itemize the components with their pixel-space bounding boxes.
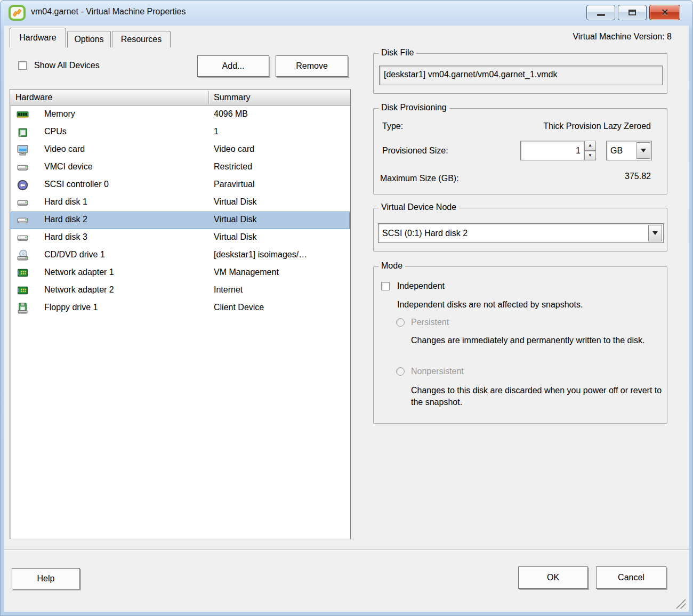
mode-legend: Mode bbox=[378, 261, 405, 271]
spinner-up-button[interactable]: ▲ bbox=[584, 141, 596, 151]
hardware-table-body: Memory4096 MBCPUs1Video cardVideo cardVM… bbox=[11, 106, 350, 538]
floppy-drive-icon bbox=[17, 302, 29, 314]
footer-separator bbox=[4, 549, 689, 551]
device-summary: VM Management bbox=[214, 268, 279, 277]
chevron-down-icon bbox=[641, 149, 646, 152]
show-all-devices-checkbox[interactable] bbox=[18, 61, 27, 70]
hardware-table: Hardware Summary Memory4096 MBCPUs1Video… bbox=[10, 89, 351, 539]
tab-options[interactable]: Options bbox=[67, 31, 111, 47]
nonpersistent-radio[interactable] bbox=[396, 367, 405, 376]
disk-file-legend: Disk File bbox=[378, 48, 416, 58]
device-summary: Restricted bbox=[214, 162, 252, 172]
persistent-description: Changes are immediately and permanently … bbox=[411, 335, 662, 346]
table-row[interactable]: SCSI controller 0Paravirtual bbox=[11, 176, 350, 194]
chevron-down-icon bbox=[652, 231, 658, 235]
spinner-up-icon: ▲ bbox=[588, 143, 592, 148]
maximize-button[interactable] bbox=[618, 5, 647, 20]
device-name: Network adapter 1 bbox=[44, 268, 114, 277]
network-adapter-icon bbox=[17, 285, 29, 297]
device-name: Video card bbox=[44, 144, 85, 154]
hardware-table-header: Hardware Summary bbox=[10, 90, 350, 106]
table-row[interactable]: CPUs1 bbox=[11, 124, 350, 141]
table-row[interactable]: Network adapter 2Internet bbox=[11, 282, 350, 299]
virtual-device-node-dropdown-button[interactable] bbox=[648, 225, 662, 241]
device-summary: Internet bbox=[214, 285, 243, 295]
virtual-device-node-value: SCSI (0:1) Hard disk 2 bbox=[382, 224, 468, 242]
cpu-icon bbox=[17, 126, 29, 139]
device-name: Hard disk 1 bbox=[44, 197, 87, 207]
virtual-device-node-select[interactable]: SCSI (0:1) Hard disk 2 bbox=[378, 223, 664, 243]
table-row[interactable]: Floppy drive 1Client Device bbox=[11, 299, 350, 317]
resize-grip[interactable] bbox=[674, 597, 686, 609]
unit-dropdown-button[interactable] bbox=[636, 142, 650, 159]
device-summary: Client Device bbox=[214, 303, 264, 312]
disk-provisioning-group: Disk Provisioning Type: Thick Provision … bbox=[373, 108, 667, 194]
table-row[interactable]: CD/DVD drive 1[deskstar1] isoimages/… bbox=[11, 247, 350, 264]
add-button[interactable]: Add... bbox=[197, 55, 269, 77]
max-size-value: 375.82 bbox=[625, 172, 651, 181]
cancel-button[interactable]: Cancel bbox=[596, 566, 666, 589]
maximize-icon bbox=[628, 10, 636, 15]
provisioned-size-label: Provisioned Size: bbox=[382, 146, 448, 156]
independent-description: Independent disks are not affected by sn… bbox=[397, 299, 653, 311]
table-row[interactable]: Hard disk 2Virtual Disk bbox=[11, 212, 350, 229]
minimize-button[interactable] bbox=[586, 5, 615, 20]
device-name: Hard disk 3 bbox=[44, 232, 87, 242]
minimize-icon bbox=[597, 14, 605, 16]
table-row[interactable]: VMCI deviceRestricted bbox=[11, 159, 350, 176]
persistent-radio[interactable] bbox=[396, 318, 405, 327]
column-header-summary[interactable]: Summary bbox=[214, 90, 250, 106]
title-bar[interactable]: vm04.garnet - Virtual Machine Properties… bbox=[0, 0, 693, 26]
device-name: Memory bbox=[44, 109, 75, 119]
column-header-hardware[interactable]: Hardware bbox=[15, 90, 52, 106]
provisioned-size-input[interactable] bbox=[520, 141, 584, 160]
cd-dvd-icon bbox=[17, 249, 29, 262]
scsi-controller-icon bbox=[17, 179, 29, 191]
table-row[interactable]: Video cardVideo card bbox=[11, 141, 350, 159]
device-name: CPUs bbox=[44, 127, 67, 136]
close-button[interactable]: ✕ bbox=[649, 5, 680, 20]
table-row[interactable]: Hard disk 3Virtual Disk bbox=[11, 229, 350, 247]
device-name: SCSI controller 0 bbox=[44, 180, 109, 189]
column-divider[interactable] bbox=[208, 91, 209, 104]
tab-hardware[interactable]: Hardware bbox=[10, 28, 66, 47]
help-button[interactable]: Help bbox=[12, 568, 80, 589]
window-title: vm04.garnet - Virtual Machine Properties bbox=[31, 7, 186, 17]
type-value: Thick Provision Lazy Zeroed bbox=[543, 121, 651, 131]
unit-value: GB bbox=[610, 141, 623, 160]
table-row[interactable]: Network adapter 1VM Management bbox=[11, 264, 350, 282]
device-summary: Virtual Disk bbox=[214, 197, 257, 207]
disk-file-path: [deskstar1] vm04.garnet/vm04.garnet_1.vm… bbox=[380, 66, 662, 79]
spinner-down-button[interactable]: ▼ bbox=[584, 151, 596, 161]
device-summary: Virtual Disk bbox=[214, 215, 257, 224]
spinner-down-icon: ▼ bbox=[588, 153, 592, 158]
mode-group: Mode Independent Independent disks are n… bbox=[373, 266, 667, 424]
provisioned-size-stepper: ▲ ▼ bbox=[584, 141, 596, 160]
independent-checkbox[interactable] bbox=[381, 282, 390, 290]
nonpersistent-label: Nonpersistent bbox=[411, 367, 464, 376]
remove-button[interactable]: Remove bbox=[276, 55, 348, 77]
max-size-label: Maximum Size (GB): bbox=[380, 174, 459, 183]
device-summary: Virtual Disk bbox=[214, 232, 257, 242]
device-summary: [deskstar1] isoimages/… bbox=[214, 250, 307, 260]
virtual-device-node-legend: Virtual Device Node bbox=[378, 202, 459, 212]
device-name: Floppy drive 1 bbox=[44, 303, 98, 312]
table-row[interactable]: Memory4096 MB bbox=[11, 106, 350, 124]
type-label: Type: bbox=[382, 121, 403, 131]
tab-resources[interactable]: Resources bbox=[112, 31, 171, 47]
disk-file-field[interactable]: [deskstar1] vm04.garnet/vm04.garnet_1.vm… bbox=[379, 66, 663, 85]
dialog-body: Hardware Options Resources Virtual Machi… bbox=[4, 26, 689, 612]
unit-select[interactable]: GB bbox=[606, 141, 652, 160]
hard-disk-icon bbox=[17, 232, 29, 244]
ok-button[interactable]: OK bbox=[518, 566, 588, 589]
table-row[interactable]: Hard disk 1Virtual Disk bbox=[11, 194, 350, 212]
device-name: VMCI device bbox=[44, 162, 93, 172]
hard-disk-icon bbox=[17, 197, 29, 209]
device-summary: 1 bbox=[214, 127, 219, 136]
memory-icon bbox=[17, 109, 29, 121]
virtual-device-node-group: Virtual Device Node SCSI (0:1) Hard disk… bbox=[373, 208, 667, 252]
persistent-label: Persistent bbox=[411, 318, 449, 327]
nonpersistent-description: Changes to this disk are discarded when … bbox=[411, 385, 667, 408]
device-summary: Video card bbox=[214, 144, 254, 154]
hard-disk-icon bbox=[17, 214, 29, 226]
